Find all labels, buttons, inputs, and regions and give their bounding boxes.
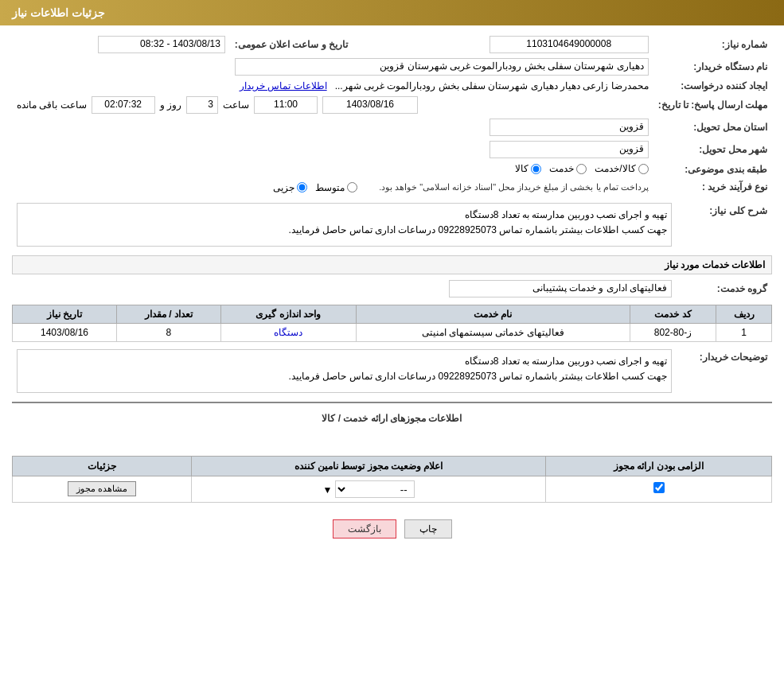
page-header: جزئیات اطلاعات نیاز (0, 0, 784, 25)
services-section-title: اطلاعات خدمات مورد نیاز (12, 255, 772, 274)
back-button[interactable]: بازگشت (333, 519, 396, 539)
time-label: ساعت (223, 99, 249, 111)
cell-name: فعالیتهای خدماتی سیستمهای امنیتی (356, 323, 630, 341)
province-label: استان محل تحویل: (653, 116, 772, 138)
col-code: کد خدمت (630, 305, 716, 323)
process-jozi-radio[interactable] (297, 182, 307, 192)
category-both-option: کالا/خدمت (595, 163, 648, 174)
view-license-button[interactable]: مشاهده مجوز (68, 481, 136, 496)
category-kala-radio[interactable] (531, 164, 541, 174)
process-motavaset-option: متوسط (315, 182, 357, 193)
col-qty: تعداد / مقدار (117, 305, 221, 323)
response-time-value: 11:00 (254, 96, 318, 114)
service-group-value: فعالیتهای اداری و خدمات پشتیبانی (449, 280, 672, 297)
buyer-notes-text: تهیه و اجرای نصب دوربین مدارسته به تعداد… (17, 349, 672, 393)
license-details-cell: مشاهده مجوز (13, 476, 192, 502)
print-button[interactable]: چاپ (404, 519, 452, 539)
col-unit: واحد اندازه گیری (220, 305, 356, 323)
process-note: پرداخت تمام یا بخشی از مبلغ خریداز محل "… (379, 182, 649, 192)
category-kala-label: کالا (515, 163, 529, 174)
license-row: -- ▼ مشاهده مجوز (13, 476, 772, 502)
need-number-label: شماره نیاز: (653, 33, 772, 56)
col-license-status: اعلام وضعیت مجوز توسط نامین کننده (192, 456, 546, 476)
licenses-section-title: اطلاعات مجوزهای ارائه خدمت / کالا (12, 410, 772, 427)
process-motavaset-radio[interactable] (347, 182, 357, 192)
buyer-org-value: دهیاری شهرستان سفلی بخش رودبارالموت غربی… (235, 58, 649, 76)
announce-date-value: 1403/08/13 - 08:32 (98, 36, 225, 53)
category-both-radio[interactable] (638, 164, 649, 174)
days-value: 3 (186, 96, 218, 114)
cell-code: ز-80-802 (630, 323, 716, 341)
response-date-value: 1403/08/16 (322, 96, 418, 114)
process-label: نوع فرآیند خرید : (653, 179, 772, 196)
announce-date-label: تاریخ و ساعت اعلان عمومی: (230, 33, 353, 56)
buyer-org-label: نام دستگاه خریدار: (653, 56, 772, 78)
col-name: نام خدمت (356, 305, 630, 323)
category-khedmat-option: خدمت (549, 163, 587, 174)
category-both-label: کالا/خدمت (595, 163, 635, 174)
services-table: ردیف کد خدمت نام خدمت واحد اندازه گیری ت… (12, 305, 772, 342)
buyer-notes-label: توضیحات خریدار: (677, 347, 772, 395)
category-khedmat-label: خدمت (549, 163, 574, 174)
province-value: قزوین (490, 119, 649, 136)
category-label: طبقه بندی موضوعی: (653, 161, 772, 179)
service-group-label: گروه خدمت: (677, 278, 772, 300)
need-description-text: تهیه و اجرای نصب دوربین مدارسته به تعداد… (17, 203, 672, 247)
col-date: تاریخ نیاز (13, 305, 117, 323)
category-kala-option: کالا (515, 163, 541, 174)
need-number-value: 1103104649000008 (490, 36, 649, 53)
process-jozi-option: جزیی (273, 182, 307, 193)
process-jozi-label: جزیی (273, 182, 294, 193)
need-description-label: شرح کلی نیاز: (677, 200, 772, 249)
licenses-table: الزامی بودن ارائه مجوز اعلام وضعیت مجوز … (12, 456, 772, 503)
cell-unit: دستگاه (220, 323, 356, 341)
city-label: شهر محل تحویل: (653, 138, 772, 161)
license-status-select[interactable]: -- (335, 480, 415, 498)
page-title: جزئیات اطلاعات نیاز (12, 6, 105, 19)
process-motavaset-label: متوسط (315, 182, 345, 193)
license-status-cell: -- ▼ (192, 476, 546, 502)
cell-quantity: 8 (117, 323, 221, 341)
col-license-details: جزئیات (13, 456, 192, 476)
remaining-time-value: 02:07:32 (92, 96, 155, 114)
creator-contact-link[interactable]: اطلاعات تماس خریدار (240, 80, 327, 91)
col-row: ردیف (716, 305, 772, 323)
creator-label: ایجاد کننده درخواست: (653, 78, 772, 94)
creator-value: محمدرضا زارعی دهیار دهیاری شهرستان سفلی … (335, 80, 649, 91)
city-value: قزوین (490, 141, 649, 158)
category-khedmat-radio[interactable] (576, 164, 587, 174)
remaining-time-label: ساعت باقی مانده (17, 99, 87, 111)
license-required-checkbox[interactable] (653, 482, 665, 493)
table-row: 1 ز-80-802 فعالیتهای خدماتی سیستمهای امن… (13, 323, 772, 341)
license-required-cell (546, 476, 772, 502)
cell-row: 1 (716, 323, 772, 341)
col-license-required: الزامی بودن ارائه مجوز (546, 456, 772, 476)
response-deadline-label: مهلت ارسال پاسخ: تا تاریخ: (653, 94, 772, 116)
cell-date: 1403/08/16 (13, 323, 117, 341)
bottom-buttons: چاپ بازگشت (12, 507, 772, 550)
chevron-down-icon: ▼ (322, 484, 332, 496)
days-and-label: روز و (160, 99, 181, 111)
